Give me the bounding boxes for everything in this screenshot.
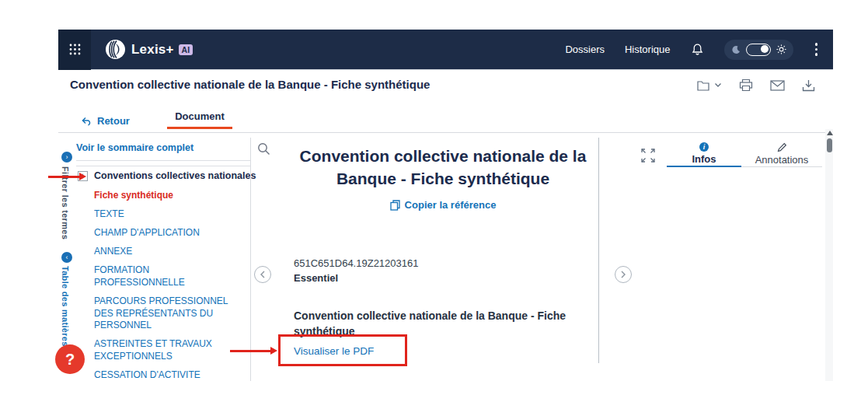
lexis-plus-ai-app: Lexis+ AI Dossiers Historique — [0, 0, 868, 409]
full-summary-link[interactable]: Voir le sommaire complet — [76, 142, 193, 153]
bell-icon — [691, 43, 704, 56]
tab-document[interactable]: Document — [165, 110, 235, 129]
notifications-button[interactable] — [691, 43, 704, 56]
print-button[interactable] — [739, 79, 753, 92]
back-button[interactable]: Retour — [82, 115, 130, 127]
ai-badge: AI — [179, 44, 193, 55]
sidebar-divider — [76, 160, 250, 161]
toc-item-fiche-synthetique[interactable]: Fiche synthétique — [94, 190, 235, 202]
toc-item-annexe[interactable]: ANNEXE — [94, 246, 235, 258]
fullscreen-button[interactable] — [640, 148, 656, 163]
toc-list: Fiche synthétique TEXTE CHAMP D'APPLICAT… — [94, 190, 235, 381]
pencil-icon — [777, 142, 787, 152]
next-document-button[interactable] — [615, 266, 632, 283]
sidebar-content-divider — [250, 138, 251, 381]
theme-toggle[interactable] — [724, 40, 793, 60]
lexis-logo-icon — [105, 39, 126, 60]
top-navbar: Lexis+ AI Dossiers Historique — [58, 30, 833, 70]
navbar-actions: Dossiers Historique — [565, 40, 833, 60]
filter-panel-expand-button[interactable]: › — [61, 152, 72, 163]
back-label: Retour — [97, 115, 130, 127]
toc-tree-root: + Conventions collectives nationales — [78, 170, 256, 181]
scrollbar-up-arrow[interactable] — [827, 131, 833, 135]
printer-icon — [739, 79, 753, 92]
document-actions — [697, 79, 815, 92]
email-button[interactable] — [770, 80, 785, 91]
brand-name: Lexis+ — [131, 42, 174, 58]
download-icon — [802, 79, 815, 92]
annotation-arrow-fiche-synthetique — [48, 176, 79, 178]
toc-item-astreintes[interactable]: ASTREINTES ET TRAVAUX EXCEPTIONNELS — [94, 338, 235, 362]
annotation-highlight-box — [278, 334, 407, 366]
reference-id: 651C651D64.19Z21203161 — [294, 257, 418, 269]
theme-switch[interactable] — [746, 44, 771, 56]
toc-item-champ-application[interactable]: CHAMP D'APPLICATION — [94, 227, 235, 239]
search-in-document-button[interactable] — [257, 142, 270, 156]
expand-icon — [640, 148, 656, 163]
toc-panel-collapse-button[interactable]: ‹ — [61, 252, 72, 263]
page-title: Convention collective nationale de la Ba… — [70, 78, 430, 91]
sidebar-divider — [76, 166, 250, 166]
chevron-down-icon — [714, 82, 722, 88]
app-launcher-button[interactable] — [58, 30, 91, 70]
nav-link-historique[interactable]: Historique — [625, 44, 671, 55]
moon-icon — [731, 45, 741, 54]
copy-reference-label: Copier la référence — [405, 199, 497, 211]
copy-reference-link[interactable]: Copier la référence — [390, 199, 497, 211]
nav-link-dossiers[interactable]: Dossiers — [565, 44, 605, 55]
more-options-button[interactable] — [814, 41, 820, 58]
tab-infos[interactable]: i Infos — [667, 142, 741, 167]
download-button[interactable] — [802, 79, 815, 92]
folder-icon — [697, 79, 712, 92]
infos-tab-label: Infos — [692, 153, 716, 165]
collection-label: Essentiel — [294, 272, 338, 284]
brand-logo[interactable]: Lexis+ AI — [105, 39, 193, 60]
copy-icon — [390, 200, 400, 211]
copy-reference-wrap: Copier la référence — [272, 199, 614, 214]
toc-item-cessation-activite[interactable]: CESSATION D'ACTIVITE — [94, 369, 235, 381]
chevron-right-icon — [620, 271, 626, 278]
previous-document-button[interactable] — [254, 266, 271, 283]
annotation-arrow-pdf-link — [230, 350, 270, 352]
sun-icon — [776, 44, 786, 54]
add-to-folder-button[interactable] — [697, 79, 722, 92]
search-icon — [257, 142, 270, 156]
envelope-icon — [770, 80, 785, 91]
tab-row-divider — [58, 132, 833, 133]
help-button[interactable]: ? — [55, 344, 85, 374]
back-arrow-icon — [82, 117, 92, 126]
chevron-left-icon — [260, 271, 266, 278]
annotations-tab-label: Annotations — [755, 154, 809, 166]
tab-annotations[interactable]: Annotations — [741, 142, 822, 167]
scrollbar-track[interactable] — [825, 129, 833, 381]
document-heading: Convention collective nationale de la Ba… — [272, 145, 614, 191]
toc-item-parcours-professionnel[interactable]: PARCOURS PROFESSIONNEL DES REPRÉSENTANTS… — [94, 295, 235, 332]
grid-icon — [69, 44, 81, 55]
toc-item-texte[interactable]: TEXTE — [94, 208, 235, 221]
info-icon: i — [699, 142, 709, 152]
scrollbar-thumb[interactable] — [827, 138, 832, 152]
tree-root-label[interactable]: Conventions collectives nationales — [94, 170, 256, 181]
table-of-contents-tab[interactable]: Table des matières — [61, 266, 70, 347]
toc-item-formation-professionnelle[interactable]: FORMATION PROFESSIONNELLE — [94, 264, 235, 288]
